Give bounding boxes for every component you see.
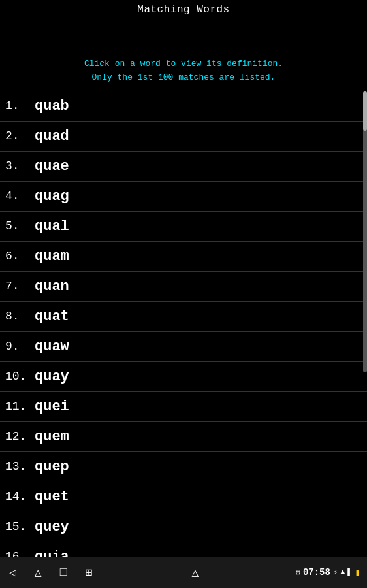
nav-right: ⚙ 07:58 ⚡ ▲ ▌ ▮ [296,567,360,578]
list-item[interactable]: 12.quem [0,422,367,452]
signal-icon: ▌ [347,568,352,577]
word-number: 11. [5,400,35,413]
list-item[interactable]: 10.quay [0,362,367,392]
word-text: quab [35,98,69,114]
list-item[interactable]: 11.quei [0,392,367,422]
word-text: quaw [35,338,69,355]
list-item[interactable]: 15.quey [0,512,367,542]
subtitle-text: Click on a word to view its definition. … [0,57,367,85]
bt-icon: ⚡ [333,568,338,578]
list-item[interactable]: 16.quia [0,542,367,557]
word-number: 9. [5,340,35,353]
recent-button[interactable]: □ [57,563,70,581]
word-text: qual [35,218,69,235]
list-item[interactable]: 4.quag [0,182,367,212]
word-text: quay [35,368,69,385]
word-number: 12. [5,430,35,443]
word-number: 15. [5,520,35,533]
list-item[interactable]: 5.qual [0,212,367,242]
scrollbar[interactable] [363,91,367,372]
list-item[interactable]: 14.quet [0,482,367,512]
word-text: quey [35,519,69,535]
word-number: 14. [5,490,35,503]
app-title: Matching Words [0,0,367,18]
list-item[interactable]: 13.quep [0,452,367,482]
list-item[interactable]: 7.quan [0,272,367,302]
word-text: quem [35,429,69,445]
list-item[interactable]: 9.quaw [0,332,367,362]
qr-button[interactable]: ⊞ [83,563,95,582]
word-text: quae [35,158,69,174]
status-time: 07:58 [303,567,330,578]
word-number: 2. [5,129,35,142]
word-text: quei [35,399,69,415]
word-text: quet [35,489,69,505]
word-text: quan [35,278,69,295]
list-item[interactable]: 1.quab [0,91,367,122]
word-number: 16. [5,550,35,557]
back-button[interactable]: ◁ [7,563,19,582]
subtitle-line2: Only the 1st 100 matches are listed. [92,73,276,82]
word-number: 10. [5,370,35,383]
subtitle-line1: Click on a word to view its definition. [84,59,283,69]
battery-icon: ▮ [355,567,360,578]
word-text: quag [35,188,69,204]
word-text: quia [35,549,69,557]
word-text: quep [35,459,69,475]
word-number: 8. [5,310,35,323]
bottom-nav: ◁ △ □ ⊞ △ ⚙ 07:58 ⚡ ▲ ▌ ▮ [0,557,367,588]
word-number: 6. [5,250,35,263]
up-button[interactable]: △ [189,563,202,582]
word-text: quat [35,308,69,325]
usb-icon: ⚙ [296,568,300,578]
word-number: 3. [5,159,35,172]
word-text: quad [35,128,69,144]
subtitle-area: Click on a word to view its definition. … [0,18,367,91]
word-number: 7. [5,280,35,293]
word-list: 1.quab2.quad3.quae4.quag5.qual6.quam7.qu… [0,91,367,557]
list-item[interactable]: 6.quam [0,242,367,272]
word-number: 5. [5,220,35,233]
nav-center: △ [189,563,202,582]
list-item[interactable]: 8.quat [0,302,367,332]
word-number: 1. [5,99,35,112]
list-item[interactable]: 2.quad [0,122,367,152]
list-item[interactable]: 3.quae [0,152,367,182]
word-number: 4. [5,189,35,203]
nav-left: ◁ △ □ ⊞ [7,563,95,582]
word-text: quam [35,248,69,265]
word-number: 13. [5,460,35,473]
scrollbar-thumb[interactable] [363,91,367,131]
wifi-icon: ▲ [340,568,345,577]
home-button[interactable]: △ [32,563,44,582]
